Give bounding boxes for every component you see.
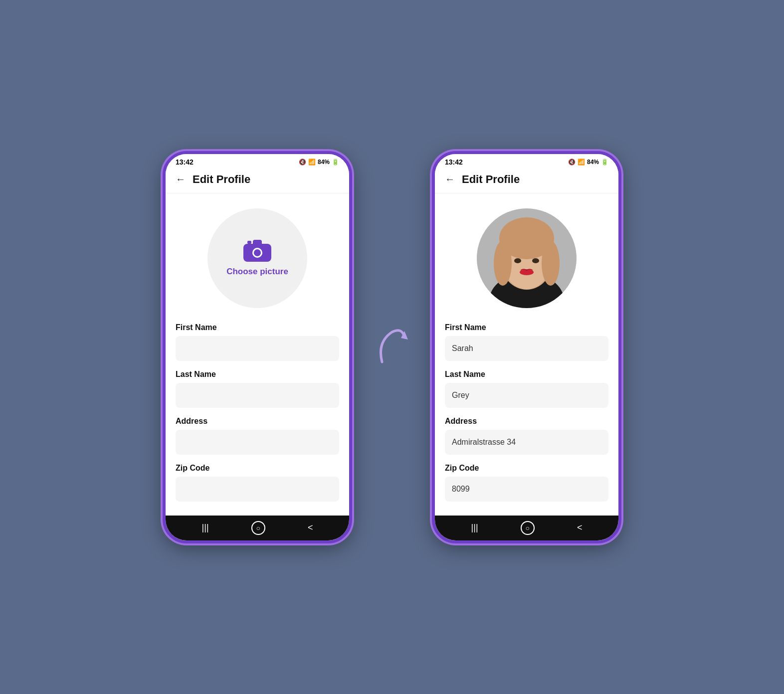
label-lastname-right: Last Name [445, 370, 608, 379]
wifi-icon-left: 📶 [308, 159, 316, 166]
field-group-lastname-left: Last Name [176, 370, 339, 417]
app-title-left: Edit Profile [193, 173, 250, 186]
nav-recent-left[interactable]: ||| [202, 522, 209, 533]
nav-back-left[interactable]: < [308, 522, 313, 533]
label-firstname-left: First Name [176, 323, 339, 332]
battery-right: 84% [587, 159, 599, 166]
svg-point-11 [532, 258, 539, 263]
back-button-left[interactable]: ← [176, 174, 186, 185]
label-lastname-left: Last Name [176, 370, 339, 379]
mute-icon-left: 🔇 [299, 159, 306, 166]
svg-point-8 [494, 241, 512, 286]
status-icons-left: 🔇 📶 84% 🔋 [299, 159, 339, 166]
input-lastname-left[interactable] [176, 383, 339, 408]
field-group-address-right: Address [445, 417, 608, 464]
label-firstname-right: First Name [445, 323, 608, 332]
nav-recent-right[interactable]: ||| [471, 522, 478, 533]
input-zip-right[interactable] [445, 477, 608, 502]
status-bar-right: 13:42 🔇 📶 84% 🔋 [435, 154, 618, 168]
battery-icon-left: 🔋 [332, 159, 339, 166]
svg-point-9 [542, 241, 560, 286]
field-group-zip-right: Zip Code [445, 464, 608, 511]
input-address-right[interactable] [445, 430, 608, 455]
transition-arrow [372, 322, 412, 372]
status-time-left: 13:42 [176, 158, 194, 166]
app-bar-right: ← Edit Profile [435, 168, 618, 193]
input-lastname-right[interactable] [445, 383, 608, 408]
status-time-right: 13:42 [445, 158, 463, 166]
back-button-right[interactable]: ← [445, 174, 455, 185]
input-address-left[interactable] [176, 430, 339, 455]
app-title-right: Edit Profile [462, 173, 520, 186]
status-bar-left: 13:42 🔇 📶 84% 🔋 [166, 154, 349, 168]
nav-home-left[interactable]: ○ [251, 521, 265, 535]
label-address-right: Address [445, 417, 608, 426]
label-zip-left: Zip Code [176, 464, 339, 473]
input-zip-left[interactable] [176, 477, 339, 502]
bottom-nav-left: ||| ○ < [166, 516, 349, 540]
app-bar-left: ← Edit Profile [166, 168, 349, 193]
field-group-firstname-right: First Name [445, 323, 608, 370]
camera-icon-left [243, 240, 271, 262]
mute-icon-right: 🔇 [568, 159, 576, 166]
wifi-icon-right: 📶 [578, 159, 585, 166]
avatar-filled-right[interactable] [477, 208, 577, 308]
choose-picture-label: Choose picture [226, 267, 288, 277]
curved-arrow-svg [372, 322, 412, 372]
nav-back-right[interactable]: < [577, 522, 583, 533]
input-firstname-left[interactable] [176, 336, 339, 361]
label-address-left: Address [176, 417, 339, 426]
portrait-svg [477, 208, 577, 308]
avatar-picker-left[interactable]: Choose picture [207, 208, 307, 308]
nav-home-right[interactable]: ○ [521, 521, 535, 535]
battery-icon-right: 🔋 [601, 159, 608, 166]
phone-content-left: Choose picture First Name Last Name Addr… [166, 193, 349, 516]
field-group-zip-left: Zip Code [176, 464, 339, 511]
phone-right: 13:42 🔇 📶 84% 🔋 ← Edit Profile [432, 151, 621, 543]
bottom-nav-right: ||| ○ < [435, 516, 618, 540]
svg-point-10 [514, 258, 521, 263]
phone-left: 13:42 🔇 📶 84% 🔋 ← Edit Profile [163, 151, 352, 543]
label-zip-right: Zip Code [445, 464, 608, 473]
field-group-address-left: Address [176, 417, 339, 464]
field-group-firstname-left: First Name [176, 323, 339, 370]
input-firstname-right[interactable] [445, 336, 608, 361]
scene: 13:42 🔇 📶 84% 🔋 ← Edit Profile [163, 151, 621, 543]
status-icons-right: 🔇 📶 84% 🔋 [568, 159, 608, 166]
field-group-lastname-right: Last Name [445, 370, 608, 417]
battery-left: 84% [318, 159, 330, 166]
phone-content-right: First Name Last Name Address Zip Code [435, 193, 618, 516]
